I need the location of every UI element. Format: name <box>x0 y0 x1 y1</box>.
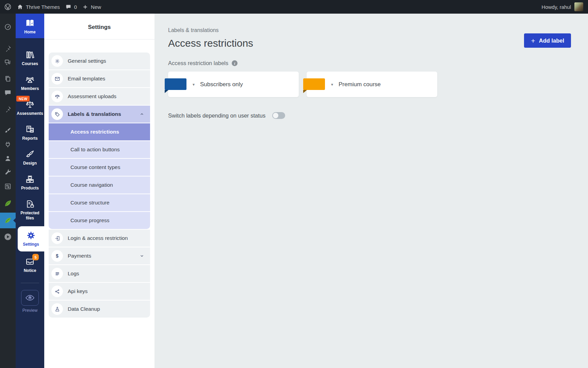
new-content-menu[interactable]: New <box>82 4 101 10</box>
sidebar-item-members[interactable]: Members <box>16 72 44 94</box>
media-icon[interactable] <box>4 59 12 66</box>
book-leaf-icon <box>25 18 35 28</box>
info-icon[interactable]: i <box>232 60 238 66</box>
nav-item-label: Call to action buttons <box>70 147 120 153</box>
sidebar-item-label: Assessments <box>17 111 43 116</box>
label-card-subscribers-only[interactable]: ▾ Subscribers only <box>168 72 299 97</box>
account-menu[interactable]: Howdy, rahul <box>542 2 583 11</box>
thrive-apprentice-sidebar: Home Courses Members NEW Assessments <box>16 14 44 368</box>
nav-item-label: Email templates <box>68 76 105 82</box>
nav-item-course-content-types[interactable]: Course content types <box>49 159 150 176</box>
new-label: New <box>91 4 101 10</box>
caret-down-icon[interactable]: ▾ <box>193 82 195 87</box>
thrive-apprentice-active-icon[interactable] <box>0 213 16 228</box>
switch-labels-toggle[interactable] <box>272 112 285 119</box>
wordpress-logo-icon <box>4 3 12 11</box>
flask-icon <box>51 303 63 315</box>
sidebar-item-courses[interactable]: Courses <box>16 47 44 70</box>
login-icon <box>51 232 63 244</box>
users-icon[interactable] <box>4 155 12 162</box>
chevron-up-icon <box>139 111 145 117</box>
wordpress-menu[interactable] <box>4 3 12 11</box>
tools-wrench-icon[interactable] <box>4 169 12 176</box>
comments-shortcut[interactable]: 0 <box>65 4 77 10</box>
sidebar-item-settings[interactable]: Settings <box>18 226 44 251</box>
section-header: Access restriction labels i <box>168 60 571 66</box>
pages-icon[interactable] <box>4 75 12 82</box>
wp-admin-bar: Thrive Themes 0 New Howdy, rahul <box>0 0 588 14</box>
nav-item-label: Assessment uploads <box>68 93 116 99</box>
caret-down-icon[interactable]: ▾ <box>331 82 333 87</box>
eye-icon <box>21 290 39 306</box>
settings-sliders-icon[interactable] <box>4 183 12 190</box>
swatch-fold <box>165 90 168 93</box>
brush-icon <box>25 150 35 159</box>
pin-icon[interactable] <box>4 105 12 113</box>
gear-icon <box>51 55 63 67</box>
comments-icon[interactable] <box>4 89 12 96</box>
sidebar-item-protected-files[interactable]: Protected files <box>16 196 44 224</box>
settings-panel-title: Settings <box>44 14 154 39</box>
sidebar-item-label: Products <box>21 186 39 191</box>
report-icon <box>25 125 35 134</box>
avatar <box>574 2 583 11</box>
sidebar-item-reports[interactable]: Reports <box>16 122 44 144</box>
comment-icon <box>65 4 71 10</box>
nav-item-label: Course content types <box>70 164 120 170</box>
sidebar-item-design[interactable]: Design <box>16 147 44 169</box>
sidebar-item-label: Notice <box>24 268 36 273</box>
nav-item-call-to-action-buttons[interactable]: Call to action buttons <box>49 141 150 158</box>
sidebar-item-label: Protected files <box>16 211 44 221</box>
nav-item-course-navigation[interactable]: Course navigation <box>49 177 150 194</box>
label-color-swatch[interactable] <box>165 78 186 90</box>
scales-icon: NEW <box>25 100 35 109</box>
gear-icon <box>26 231 36 240</box>
switch-labels-setting: Switch labels depending on user status <box>168 112 571 119</box>
sidebar-item-products[interactable]: Products <box>16 171 44 194</box>
nav-item-label: Course progress <box>70 217 110 224</box>
nav-item-assessment-uploads[interactable]: Assessment uploads <box>49 88 150 105</box>
site-link[interactable]: Thrive Themes <box>17 4 60 10</box>
sidebar-item-label: Settings <box>23 242 39 247</box>
nav-item-label: General settings <box>68 58 106 64</box>
video-play-icon[interactable] <box>3 232 12 241</box>
nav-item-login-access-restriction[interactable]: Login & access restriction <box>49 230 150 247</box>
settings-nav-panel: Settings General settings Email template… <box>44 14 154 368</box>
nav-item-email-templates[interactable]: Email templates <box>49 70 150 87</box>
toggle-label: Switch labels depending on user status <box>168 112 265 119</box>
nav-item-data-cleanup[interactable]: Data Cleanup <box>49 301 150 318</box>
wp-admin-sidebar <box>0 14 16 368</box>
thrive-leaf-icon[interactable] <box>3 199 12 208</box>
label-card-premium-course[interactable]: ▾ Premium course <box>307 72 437 97</box>
add-label-text: Add label <box>539 37 564 44</box>
appearance-brush-icon[interactable] <box>4 127 12 134</box>
add-label-button[interactable]: + Add label <box>524 33 571 48</box>
plugins-icon[interactable] <box>4 141 12 148</box>
sidebar-item-notice[interactable]: 5 Notice <box>16 254 44 276</box>
sidebar-item-preview[interactable]: Preview <box>16 290 44 313</box>
nav-item-course-progress[interactable]: Course progress <box>49 212 150 229</box>
sidebar-item-label: Courses <box>22 61 38 66</box>
sidebar-item-label: Design <box>23 161 37 166</box>
swatch-fold <box>303 90 307 93</box>
nav-item-logs[interactable]: Logs <box>49 265 150 282</box>
nav-item-labels-translations[interactable]: Labels & translations <box>49 106 150 123</box>
nav-item-payments[interactable]: $ Payments <box>49 247 150 264</box>
nav-item-api-keys[interactable]: Api keys <box>49 283 150 300</box>
pin-icon[interactable] <box>4 45 12 52</box>
sidebar-item-home[interactable]: Home <box>16 14 44 38</box>
nav-item-label: Course structure <box>70 200 110 206</box>
nav-item-course-structure[interactable]: Course structure <box>49 194 150 211</box>
nav-item-access-restrictions[interactable]: Access restrictions <box>49 123 150 140</box>
nav-item-general-settings[interactable]: General settings <box>49 52 150 70</box>
library-icon <box>25 50 35 60</box>
dashboard-icon[interactable] <box>4 23 12 31</box>
nav-item-label: Labels & translations <box>68 111 121 117</box>
nav-item-label: Api keys <box>68 288 88 294</box>
label-color-swatch[interactable] <box>303 78 325 90</box>
sidebar-item-assessments[interactable]: NEW Assessments <box>16 97 44 119</box>
breadcrumb: Labels & translations <box>168 27 571 33</box>
sidebar-item-label: Members <box>21 86 39 91</box>
nav-item-label: Course navigation <box>70 182 113 188</box>
lines-icon <box>51 268 63 279</box>
